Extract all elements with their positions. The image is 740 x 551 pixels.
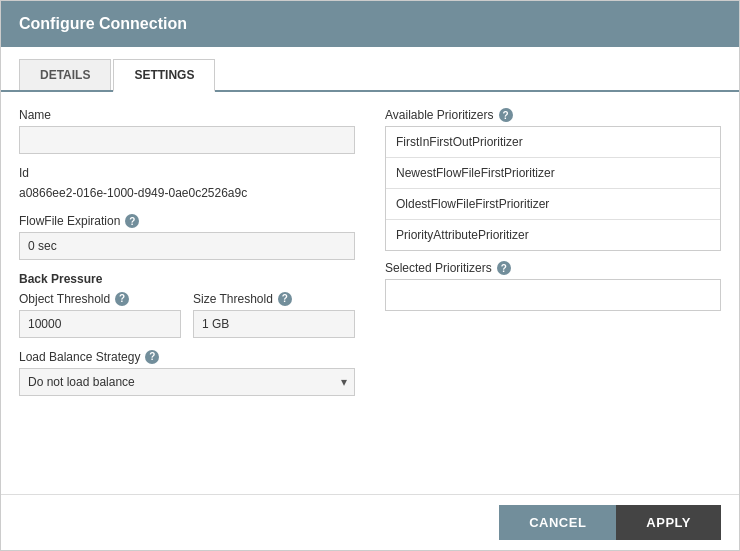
id-field-group: Id a0866ee2-016e-1000-d949-0ae0c2526a9c bbox=[19, 166, 355, 202]
right-column: Available Prioritizers ? FirstInFirstOut… bbox=[385, 108, 721, 478]
dialog-header: Configure Connection bbox=[1, 1, 739, 47]
dialog-body: DETAILS SETTINGS Name Id a08 bbox=[1, 47, 739, 494]
list-item[interactable]: OldestFlowFileFirstPrioritizer bbox=[386, 189, 720, 220]
object-threshold-label: Object Threshold ? bbox=[19, 292, 181, 306]
id-value: a0866ee2-016e-1000-d949-0ae0c2526a9c bbox=[19, 184, 355, 202]
back-pressure-label-row: Back Pressure bbox=[19, 272, 355, 288]
dialog-footer: CANCEL APPLY bbox=[1, 494, 739, 550]
available-prioritizers-help-icon[interactable]: ? bbox=[499, 108, 513, 122]
available-prioritizers-label: Available Prioritizers ? bbox=[385, 108, 721, 122]
size-threshold-help-icon[interactable]: ? bbox=[278, 292, 292, 306]
configure-connection-dialog: Configure Connection DETAILS SETTINGS Na… bbox=[0, 0, 740, 551]
apply-button[interactable]: APPLY bbox=[616, 505, 721, 540]
flowfile-expiration-help-icon[interactable]: ? bbox=[125, 214, 139, 228]
selected-prioritizers-help-icon[interactable]: ? bbox=[497, 261, 511, 275]
list-item[interactable]: PriorityAttributePrioritizer bbox=[386, 220, 720, 250]
cancel-button[interactable]: CANCEL bbox=[499, 505, 616, 540]
list-item[interactable]: NewestFlowFileFirstPrioritizer bbox=[386, 158, 720, 189]
size-threshold-input[interactable] bbox=[193, 310, 355, 338]
object-threshold-help-icon[interactable]: ? bbox=[115, 292, 129, 306]
dialog-title: Configure Connection bbox=[19, 15, 187, 32]
load-balance-field-group: Load Balance Strategy ? Do not load bala… bbox=[19, 350, 355, 396]
flowfile-expiration-input[interactable] bbox=[19, 232, 355, 260]
back-pressure-field-group: Back Pressure Object Threshold ? bbox=[19, 272, 355, 338]
settings-content: Name Id a0866ee2-016e-1000-d949-0ae0c252… bbox=[1, 92, 739, 494]
load-balance-label: Load Balance Strategy ? bbox=[19, 350, 355, 364]
tab-details[interactable]: DETAILS bbox=[19, 59, 111, 90]
object-threshold-input[interactable] bbox=[19, 310, 181, 338]
selected-prioritizers-group: Selected Prioritizers ? bbox=[385, 261, 721, 311]
id-label: Id bbox=[19, 166, 355, 180]
name-field-group: Name bbox=[19, 108, 355, 154]
list-item[interactable]: FirstInFirstOutPrioritizer bbox=[386, 127, 720, 158]
size-threshold-group: Size Threshold ? bbox=[193, 292, 355, 338]
back-pressure-thresholds: Object Threshold ? Size Threshold ? bbox=[19, 292, 355, 338]
tab-settings[interactable]: SETTINGS bbox=[113, 59, 215, 92]
selected-prioritizers-label: Selected Prioritizers ? bbox=[385, 261, 721, 275]
prioritizer-list: FirstInFirstOutPrioritizer NewestFlowFil… bbox=[385, 126, 721, 251]
flowfile-expiration-field-group: FlowFile Expiration ? bbox=[19, 214, 355, 260]
load-balance-help-icon[interactable]: ? bbox=[145, 350, 159, 364]
load-balance-select-wrapper: Do not load balance Round Robin Single N… bbox=[19, 368, 355, 396]
size-threshold-label: Size Threshold ? bbox=[193, 292, 355, 306]
load-balance-select[interactable]: Do not load balance Round Robin Single N… bbox=[19, 368, 355, 396]
tab-bar: DETAILS SETTINGS bbox=[1, 59, 739, 92]
name-label: Name bbox=[19, 108, 355, 122]
flowfile-expiration-label: FlowFile Expiration ? bbox=[19, 214, 355, 228]
available-prioritizers-group: Available Prioritizers ? FirstInFirstOut… bbox=[385, 108, 721, 251]
name-input[interactable] bbox=[19, 126, 355, 154]
left-column: Name Id a0866ee2-016e-1000-d949-0ae0c252… bbox=[19, 108, 355, 478]
selected-prioritizers-box bbox=[385, 279, 721, 311]
object-threshold-group: Object Threshold ? bbox=[19, 292, 181, 338]
